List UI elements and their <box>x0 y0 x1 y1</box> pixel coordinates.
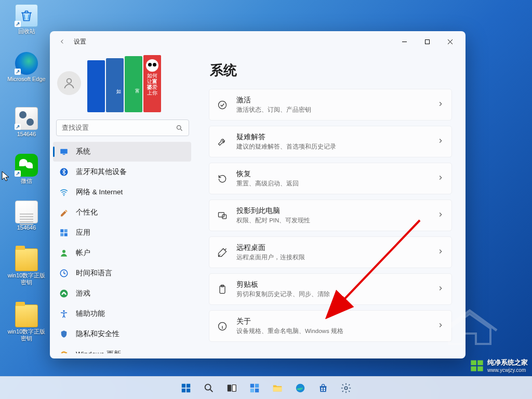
remote-icon <box>217 247 228 258</box>
account-book-art: 如 富 如何让富婆爱上你 <box>87 54 165 112</box>
card-desc: 重置、高级启动、返回 <box>236 180 429 188</box>
settings-card-project[interactable]: 投影到此电脑 权限、配对 PIN、可发现性 <box>209 200 452 231</box>
desktop-icon-label: 154646 <box>17 131 36 138</box>
task-view-button[interactable] <box>222 378 242 398</box>
desktop-icon-label: 回收站 <box>18 28 35 35</box>
card-title: 关于 <box>236 317 429 326</box>
svg-point-4 <box>177 125 181 129</box>
card-text: 剪贴板 剪切和复制历史记录、同步、清除 <box>236 280 429 298</box>
sidebar-item-personalize[interactable]: 个性化 <box>53 203 191 222</box>
project-icon <box>217 210 228 221</box>
back-button[interactable] <box>54 33 71 50</box>
sidebar-item-apps[interactable]: 应用 <box>53 223 191 243</box>
settings-card-about[interactable]: 关于 设备规格、重命名电脑、Windows 规格 <box>209 310 452 342</box>
check-icon <box>217 99 228 111</box>
main-pane[interactable]: 系统 激活 激活状态、订阅、产品密钥 疑难解答 建议的疑难解答、首选项和历史记录… <box>195 52 466 358</box>
card-desc: 设备规格、重命名电脑、Windows 规格 <box>236 327 429 335</box>
sidebar-item-account[interactable]: 帐户 <box>53 243 191 263</box>
sidebar-item-label: 时间和语言 <box>76 269 112 278</box>
minimize-button[interactable] <box>393 33 416 50</box>
desktop-icon-recycle-bin[interactable]: 回收站 <box>7 4 46 35</box>
desktop-icon-label: win10数字正版密钥 <box>7 328 46 342</box>
window-controls <box>393 33 461 50</box>
desktop-icon-wechat[interactable]: 微信 <box>7 154 46 184</box>
store-button[interactable] <box>313 378 333 398</box>
svg-point-1 <box>26 118 34 126</box>
avatar-icon <box>57 71 81 95</box>
sidebar-item-wifi[interactable]: 网络 & Internet <box>53 182 191 202</box>
account-header[interactable]: 如 富 如何让富婆爱上你 <box>53 52 192 117</box>
desktop-icon-txt[interactable]: 154646 <box>7 201 46 231</box>
chevron-right-icon <box>437 137 444 147</box>
sidebar-item-privacy[interactable]: 隐私和安全性 <box>53 324 191 344</box>
folder-icon <box>15 304 38 327</box>
settings-window: 设置 如 富 如何让富婆爱上你 查找设置 <box>50 31 466 358</box>
card-desc: 远程桌面用户，连接权限 <box>236 254 429 261</box>
card-title: 投影到此电脑 <box>236 206 429 216</box>
chevron-right-icon <box>437 285 444 294</box>
taskbar-search-button[interactable] <box>199 378 219 398</box>
sidebar-item-label: 帐户 <box>76 248 90 258</box>
sidebar-item-gaming[interactable]: 游戏 <box>53 284 191 303</box>
file-explorer-button[interactable] <box>268 378 287 398</box>
settings-card-clip[interactable]: 剪贴板 剪切和复制历史记录、同步、清除 <box>209 273 452 305</box>
svg-point-15 <box>60 290 68 298</box>
personalize-icon <box>59 208 69 217</box>
sidebar-item-label: 游戏 <box>76 289 90 298</box>
svg-rect-41 <box>321 388 323 389</box>
gaming-icon <box>59 289 69 298</box>
start-button[interactable] <box>176 378 196 398</box>
desktop-icon-edge[interactable]: Microsoft Edge <box>7 52 46 83</box>
sidebar-item-label: Windows 更新 <box>76 350 121 353</box>
svg-rect-10 <box>64 229 68 232</box>
card-title: 剪贴板 <box>236 280 429 289</box>
svg-rect-30 <box>182 388 185 392</box>
desktop-icon-cfg[interactable]: 154646 <box>7 107 46 138</box>
svg-rect-12 <box>64 233 68 236</box>
edge-button[interactable] <box>290 378 310 398</box>
desktop-icon-folder1[interactable]: win10数字正版密钥 <box>7 248 46 286</box>
widgets-button[interactable] <box>245 378 264 398</box>
svg-point-45 <box>344 387 348 390</box>
card-title: 激活 <box>236 96 429 105</box>
close-button[interactable] <box>438 33 461 50</box>
maximize-button[interactable] <box>416 33 438 50</box>
search-input[interactable]: 查找设置 <box>56 119 189 136</box>
settings-card-wrench[interactable]: 疑难解答 建议的疑难解答、首选项和历史记录 <box>209 126 452 157</box>
apps-icon <box>59 228 69 237</box>
svg-rect-27 <box>477 366 483 371</box>
sidebar: 如 富 如何让富婆爱上你 查找设置 系统蓝牙和其他设备网络 & Internet… <box>50 52 195 358</box>
sidebar-item-time[interactable]: 时间和语言 <box>53 263 191 283</box>
card-title: 恢复 <box>236 169 429 179</box>
gears-icon <box>15 107 38 130</box>
settings-card-check[interactable]: 激活 激活状态、订阅、产品密钥 <box>209 89 452 121</box>
sidebar-item-update[interactable]: Windows 更新 <box>53 344 191 353</box>
card-text: 疑难解答 建议的疑难解答、首选项和历史记录 <box>236 132 429 151</box>
desktop-icon-label: win10数字正版密钥 <box>7 272 46 286</box>
svg-rect-11 <box>60 233 63 236</box>
time-icon <box>59 269 69 278</box>
svg-point-32 <box>205 384 211 390</box>
watermark-url: www.ycwjzy.com <box>487 367 528 373</box>
sidebar-item-bluetooth[interactable]: 蓝牙和其他设备 <box>53 162 191 182</box>
text-file-icon <box>15 201 38 223</box>
desktop-icon-folder2[interactable]: win10数字正版密钥 <box>7 304 46 342</box>
taskbar[interactable] <box>0 376 532 399</box>
settings-card-remote[interactable]: 远程桌面 远程桌面用户，连接权限 <box>209 236 452 268</box>
sidebar-item-label: 个性化 <box>76 208 98 217</box>
chevron-right-icon <box>437 248 444 257</box>
card-text: 投影到此电脑 权限、配对 PIN、可发现性 <box>236 206 429 224</box>
card-text: 关于 设备规格、重命名电脑、Windows 规格 <box>236 317 429 335</box>
wrench-icon <box>217 136 228 148</box>
settings-card-recover[interactable]: 恢复 重置、高级启动、返回 <box>209 163 452 194</box>
svg-rect-5 <box>60 149 68 154</box>
card-text: 恢复 重置、高级启动、返回 <box>236 169 429 188</box>
svg-rect-42 <box>324 388 325 389</box>
sidebar-item-accessibility[interactable]: 辅助功能 <box>53 304 191 324</box>
svg-rect-2 <box>425 39 429 44</box>
sidebar-item-system[interactable]: 系统 <box>53 142 191 162</box>
card-title: 疑难解答 <box>236 132 429 142</box>
titlebar[interactable]: 设置 <box>50 31 466 52</box>
card-text: 激活 激活状态、订阅、产品密钥 <box>236 96 429 114</box>
settings-taskbar-button[interactable] <box>336 378 356 398</box>
